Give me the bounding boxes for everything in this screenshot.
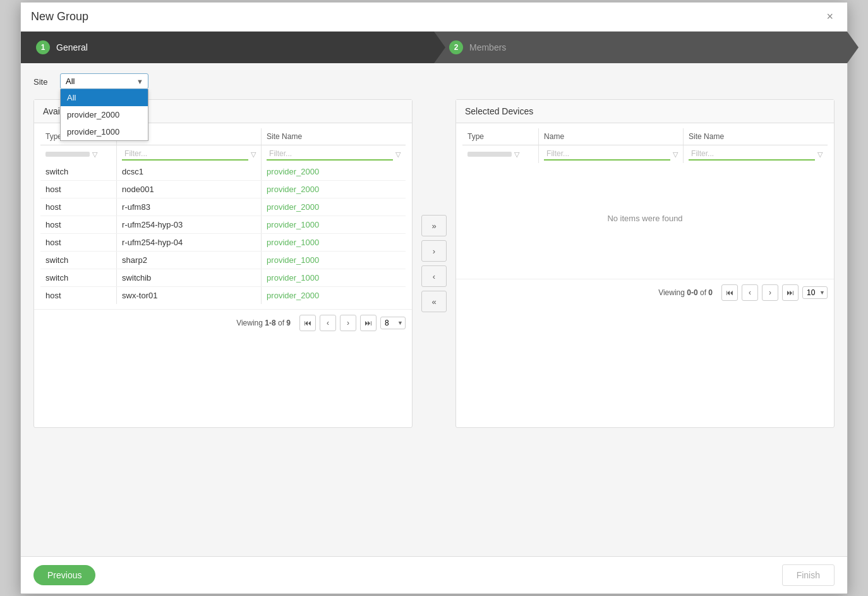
selected-devices-header: Selected Devices [456,100,834,123]
add-button[interactable]: › [421,240,447,262]
available-devices-tbody: switch dcsc1 provider_2000 host node001 … [40,163,406,304]
row-site: provider_1000 [262,269,406,287]
available-devices-table: Type Name ↑ Site Name ▽ [40,128,406,304]
available-filter-row: ▽ ▽ [40,145,406,164]
row-site: provider_2000 [262,198,406,216]
type-filter-icon[interactable]: ▽ [92,150,97,159]
step-number-1: 1 [36,40,50,54]
sel-col-type: Type [462,128,539,145]
step-label-general: General [56,42,88,52]
row-site: provider_1000 [262,252,406,269]
add-all-button[interactable]: » [421,215,447,236]
table-row[interactable]: switch switchib provider_1000 [40,269,406,287]
modal-title: New Group [31,10,88,23]
row-type: switch [40,269,117,287]
sel-name-filter-input[interactable] [544,148,670,161]
modal-header: New Group × [21,3,847,32]
row-type: host [40,287,117,305]
sel-type-filter-icon[interactable]: ▽ [514,150,519,159]
available-pagination: Viewing 1-8 of 9 ⏮ ‹ › ⏭ 8 10 25 ▼ [34,309,412,336]
row-type: host [40,181,117,198]
table-row[interactable]: host r-ufm83 provider_2000 [40,198,406,216]
remove-all-button[interactable]: « [421,291,447,312]
row-type: switch [40,252,117,269]
previous-button[interactable]: Previous [33,565,95,585]
new-group-modal: New Group × 1 General 2 Members Site All… [20,2,848,594]
no-items-text: No items were found [462,163,828,274]
sel-first-page-button[interactable]: ⏮ [721,284,738,301]
site-label: Site [33,77,52,87]
row-name: r-ufm83 [117,198,262,216]
last-page-button[interactable]: ⏭ [360,315,377,331]
table-row[interactable]: host node001 provider_2000 [40,181,406,198]
type-filter-bar [45,152,90,157]
table-row[interactable]: host r-ufm254-hyp-03 provider_1000 [40,216,406,234]
selected-table-header-row: Type Name Site Name [462,128,828,145]
step-label-members: Members [469,42,506,52]
dropdown-option-all[interactable]: All [61,89,148,106]
wizard-steps: 1 General 2 Members [21,32,847,63]
row-type: host [40,198,117,216]
site-filter-input[interactable] [267,148,393,161]
sel-name-filter-cell: ▽ [539,145,684,164]
site-row: Site All provider_2000 provider_1000 ▼ A… [33,73,835,89]
close-button[interactable]: × [823,9,837,25]
sel-site-filter-icon[interactable]: ▽ [817,150,823,159]
row-name: node001 [117,181,262,198]
step-arrow-2 [847,32,859,63]
sel-per-page-wrapper: 10 25 50 ▼ [802,286,828,299]
sel-name-filter-icon[interactable]: ▽ [673,150,678,159]
transfer-buttons: » › ‹ « [418,99,450,428]
per-page-wrapper: 8 10 25 ▼ [380,317,406,329]
panels-row: Available Devices Type Name ↑ Site Name [33,99,835,428]
row-site: provider_1000 [262,234,406,252]
table-row[interactable]: host r-ufm254-hyp-04 provider_1000 [40,234,406,252]
site-filter-icon[interactable]: ▽ [395,150,401,159]
modal-footer: Previous Finish [21,556,847,593]
row-name: swx-tor01 [117,287,262,305]
selected-pagination: Viewing 0-0 of 0 ⏮ ‹ › ⏭ 10 25 50 ▼ [456,279,834,306]
row-type: host [40,216,117,234]
available-viewing-text: Viewing 1-8 of 9 [236,319,291,327]
next-page-button[interactable]: › [340,315,356,331]
row-site: provider_2000 [262,287,406,305]
first-page-button[interactable]: ⏮ [299,315,316,331]
row-name: r-ufm254-hyp-04 [117,234,262,252]
table-row[interactable]: switch dcsc1 provider_2000 [40,163,406,181]
selected-devices-table: Type Name Site Name ▽ [462,128,828,163]
remove-button[interactable]: ‹ [421,265,447,287]
wizard-step-general[interactable]: 1 General [21,32,434,63]
site-dropdown-menu: All provider_2000 provider_1000 [60,89,148,141]
wizard-step-members[interactable]: 2 Members [434,32,847,63]
step-number-2: 2 [449,40,463,54]
row-name: r-ufm254-hyp-03 [117,216,262,234]
per-page-select[interactable]: 8 10 25 [380,317,406,329]
selected-devices-panel: Selected Devices Type Name Site Name [455,99,835,428]
sel-prev-page-button[interactable]: ‹ [742,284,758,301]
row-type: host [40,234,117,252]
name-filter-input[interactable] [122,148,248,161]
finish-button[interactable]: Finish [782,564,835,586]
sel-site-filter-input[interactable] [689,148,815,161]
type-filter-cell: ▽ [40,145,117,164]
sel-type-filter-bar [467,152,512,157]
row-name: dcsc1 [117,163,262,181]
row-site: provider_2000 [262,181,406,198]
site-select[interactable]: All provider_2000 provider_1000 [60,73,148,89]
row-name: switchib [117,269,262,287]
selected-devices-table-wrapper: Type Name Site Name ▽ [456,123,834,279]
sel-col-site: Site Name [684,128,828,145]
table-row[interactable]: host swx-tor01 provider_2000 [40,287,406,305]
table-row[interactable]: switch sharp2 provider_1000 [40,252,406,269]
available-devices-table-wrapper: Type Name ↑ Site Name ▽ [34,123,412,309]
modal-body: Site All provider_2000 provider_1000 ▼ A… [21,63,847,556]
dropdown-option-provider1000[interactable]: provider_1000 [61,123,148,140]
dropdown-option-provider2000[interactable]: provider_2000 [61,106,148,123]
available-devices-panel: Available Devices Type Name ↑ Site Name [33,99,413,428]
row-site: provider_2000 [262,163,406,181]
prev-page-button[interactable]: ‹ [320,315,336,331]
sel-last-page-button[interactable]: ⏭ [782,284,799,301]
name-filter-icon[interactable]: ▽ [251,150,256,159]
sel-per-page-select[interactable]: 10 25 50 [802,286,828,299]
sel-next-page-button[interactable]: › [762,284,778,301]
